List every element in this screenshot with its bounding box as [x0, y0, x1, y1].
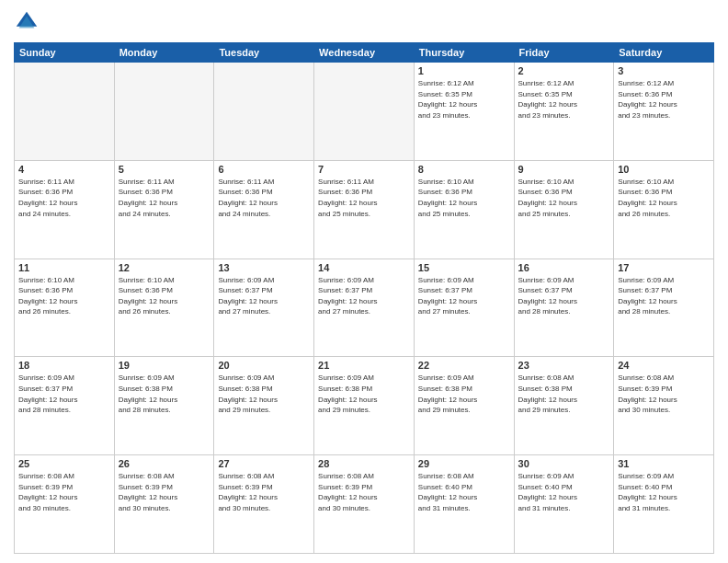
page: SundayMondayTuesdayWednesdayThursdayFrid… — [0, 0, 728, 563]
day-cell: 15Sunrise: 6:09 AM Sunset: 6:37 PM Dayli… — [414, 259, 514, 357]
day-cell: 20Sunrise: 6:09 AM Sunset: 6:38 PM Dayli… — [214, 357, 314, 455]
day-number: 22 — [418, 360, 510, 371]
day-info: Sunrise: 6:09 AM Sunset: 6:40 PM Dayligh… — [518, 471, 610, 513]
day-cell — [15, 63, 115, 161]
day-info: Sunrise: 6:09 AM Sunset: 6:40 PM Dayligh… — [618, 471, 710, 513]
day-cell: 19Sunrise: 6:09 AM Sunset: 6:38 PM Dayli… — [114, 357, 214, 455]
weekday-header-monday: Monday — [114, 43, 214, 63]
day-info: Sunrise: 6:12 AM Sunset: 6:35 PM Dayligh… — [418, 78, 510, 121]
logo — [14, 9, 43, 35]
day-info: Sunrise: 6:08 AM Sunset: 6:39 PM Dayligh… — [218, 471, 310, 513]
day-number: 30 — [518, 458, 610, 469]
day-cell: 26Sunrise: 6:08 AM Sunset: 6:39 PM Dayli… — [114, 455, 214, 554]
day-cell: 9Sunrise: 6:10 AM Sunset: 6:36 PM Daylig… — [514, 160, 614, 259]
day-info: Sunrise: 6:10 AM Sunset: 6:36 PM Dayligh… — [618, 177, 710, 219]
day-info: Sunrise: 6:08 AM Sunset: 6:39 PM Dayligh… — [618, 373, 710, 415]
day-number: 20 — [218, 360, 310, 371]
day-info: Sunrise: 6:08 AM Sunset: 6:38 PM Dayligh… — [518, 373, 610, 415]
day-number: 3 — [618, 65, 710, 76]
day-cell: 18Sunrise: 6:09 AM Sunset: 6:37 PM Dayli… — [15, 357, 115, 455]
day-cell: 7Sunrise: 6:11 AM Sunset: 6:36 PM Daylig… — [314, 160, 415, 259]
day-cell: 2Sunrise: 6:12 AM Sunset: 6:35 PM Daylig… — [514, 63, 614, 161]
day-number: 29 — [418, 458, 510, 469]
day-cell: 29Sunrise: 6:08 AM Sunset: 6:40 PM Dayli… — [414, 455, 514, 554]
day-cell: 17Sunrise: 6:09 AM Sunset: 6:37 PM Dayli… — [614, 259, 714, 357]
day-info: Sunrise: 6:09 AM Sunset: 6:37 PM Dayligh… — [418, 275, 510, 317]
day-number: 1 — [418, 65, 510, 76]
weekday-header-wednesday: Wednesday — [314, 43, 415, 63]
day-info: Sunrise: 6:09 AM Sunset: 6:38 PM Dayligh… — [119, 373, 210, 415]
weekday-header-friday: Friday — [514, 43, 614, 63]
day-number: 17 — [618, 262, 710, 273]
week-row-2: 4Sunrise: 6:11 AM Sunset: 6:36 PM Daylig… — [15, 160, 714, 259]
day-info: Sunrise: 6:09 AM Sunset: 6:37 PM Dayligh… — [18, 373, 110, 415]
day-info: Sunrise: 6:09 AM Sunset: 6:37 PM Dayligh… — [318, 275, 410, 317]
day-info: Sunrise: 6:08 AM Sunset: 6:39 PM Dayligh… — [119, 471, 210, 513]
day-cell: 16Sunrise: 6:09 AM Sunset: 6:37 PM Dayli… — [514, 259, 614, 357]
day-number: 7 — [318, 164, 410, 175]
logo-icon — [14, 9, 40, 35]
day-info: Sunrise: 6:10 AM Sunset: 6:36 PM Dayligh… — [119, 275, 210, 317]
day-number: 13 — [218, 262, 310, 273]
day-info: Sunrise: 6:09 AM Sunset: 6:38 PM Dayligh… — [218, 373, 310, 415]
day-info: Sunrise: 6:08 AM Sunset: 6:39 PM Dayligh… — [18, 471, 110, 513]
day-cell: 13Sunrise: 6:09 AM Sunset: 6:37 PM Dayli… — [214, 259, 314, 357]
calendar-table: SundayMondayTuesdayWednesdayThursdayFrid… — [14, 42, 714, 554]
day-info: Sunrise: 6:11 AM Sunset: 6:36 PM Dayligh… — [18, 177, 110, 219]
day-info: Sunrise: 6:12 AM Sunset: 6:35 PM Dayligh… — [518, 78, 610, 121]
day-number: 6 — [218, 164, 310, 175]
day-cell: 28Sunrise: 6:08 AM Sunset: 6:39 PM Dayli… — [314, 455, 415, 554]
week-row-1: 1Sunrise: 6:12 AM Sunset: 6:35 PM Daylig… — [15, 63, 714, 161]
weekday-header-saturday: Saturday — [614, 43, 714, 63]
day-number: 19 — [119, 360, 210, 371]
day-number: 21 — [318, 360, 410, 371]
day-number: 5 — [119, 164, 210, 175]
day-cell: 27Sunrise: 6:08 AM Sunset: 6:39 PM Dayli… — [214, 455, 314, 554]
weekday-header-thursday: Thursday — [414, 43, 514, 63]
day-number: 28 — [318, 458, 410, 469]
day-number: 16 — [518, 262, 610, 273]
day-number: 26 — [119, 458, 210, 469]
day-info: Sunrise: 6:08 AM Sunset: 6:39 PM Dayligh… — [318, 471, 410, 513]
day-cell: 8Sunrise: 6:10 AM Sunset: 6:36 PM Daylig… — [414, 160, 514, 259]
day-number: 14 — [318, 262, 410, 273]
day-info: Sunrise: 6:10 AM Sunset: 6:36 PM Dayligh… — [518, 177, 610, 219]
day-cell: 5Sunrise: 6:11 AM Sunset: 6:36 PM Daylig… — [114, 160, 214, 259]
day-number: 31 — [618, 458, 710, 469]
day-info: Sunrise: 6:09 AM Sunset: 6:37 PM Dayligh… — [218, 275, 310, 317]
day-cell: 10Sunrise: 6:10 AM Sunset: 6:36 PM Dayli… — [614, 160, 714, 259]
day-cell: 1Sunrise: 6:12 AM Sunset: 6:35 PM Daylig… — [414, 63, 514, 161]
day-cell: 23Sunrise: 6:08 AM Sunset: 6:38 PM Dayli… — [514, 357, 614, 455]
day-info: Sunrise: 6:12 AM Sunset: 6:36 PM Dayligh… — [618, 78, 710, 121]
day-cell — [114, 63, 214, 161]
day-cell: 25Sunrise: 6:08 AM Sunset: 6:39 PM Dayli… — [15, 455, 115, 554]
day-number: 25 — [18, 458, 110, 469]
week-row-5: 25Sunrise: 6:08 AM Sunset: 6:39 PM Dayli… — [15, 455, 714, 554]
day-info: Sunrise: 6:09 AM Sunset: 6:37 PM Dayligh… — [518, 275, 610, 317]
day-number: 18 — [18, 360, 110, 371]
day-info: Sunrise: 6:10 AM Sunset: 6:36 PM Dayligh… — [18, 275, 110, 317]
day-info: Sunrise: 6:10 AM Sunset: 6:36 PM Dayligh… — [418, 177, 510, 219]
day-number: 12 — [119, 262, 210, 273]
day-info: Sunrise: 6:09 AM Sunset: 6:38 PM Dayligh… — [318, 373, 410, 415]
day-number: 9 — [518, 164, 610, 175]
day-number: 2 — [518, 65, 610, 76]
week-row-4: 18Sunrise: 6:09 AM Sunset: 6:37 PM Dayli… — [15, 357, 714, 455]
day-cell: 30Sunrise: 6:09 AM Sunset: 6:40 PM Dayli… — [514, 455, 614, 554]
day-cell: 31Sunrise: 6:09 AM Sunset: 6:40 PM Dayli… — [614, 455, 714, 554]
header — [14, 9, 714, 35]
week-row-3: 11Sunrise: 6:10 AM Sunset: 6:36 PM Dayli… — [15, 259, 714, 357]
day-number: 8 — [418, 164, 510, 175]
day-cell: 6Sunrise: 6:11 AM Sunset: 6:36 PM Daylig… — [214, 160, 314, 259]
day-number: 27 — [218, 458, 310, 469]
day-cell: 12Sunrise: 6:10 AM Sunset: 6:36 PM Dayli… — [114, 259, 214, 357]
day-cell: 3Sunrise: 6:12 AM Sunset: 6:36 PM Daylig… — [614, 63, 714, 161]
day-info: Sunrise: 6:09 AM Sunset: 6:38 PM Dayligh… — [418, 373, 510, 415]
weekday-header-tuesday: Tuesday — [214, 43, 314, 63]
day-number: 15 — [418, 262, 510, 273]
day-number: 11 — [18, 262, 110, 273]
weekday-header-row: SundayMondayTuesdayWednesdayThursdayFrid… — [15, 43, 714, 63]
day-cell: 22Sunrise: 6:09 AM Sunset: 6:38 PM Dayli… — [414, 357, 514, 455]
day-number: 10 — [618, 164, 710, 175]
day-info: Sunrise: 6:09 AM Sunset: 6:37 PM Dayligh… — [618, 275, 710, 317]
